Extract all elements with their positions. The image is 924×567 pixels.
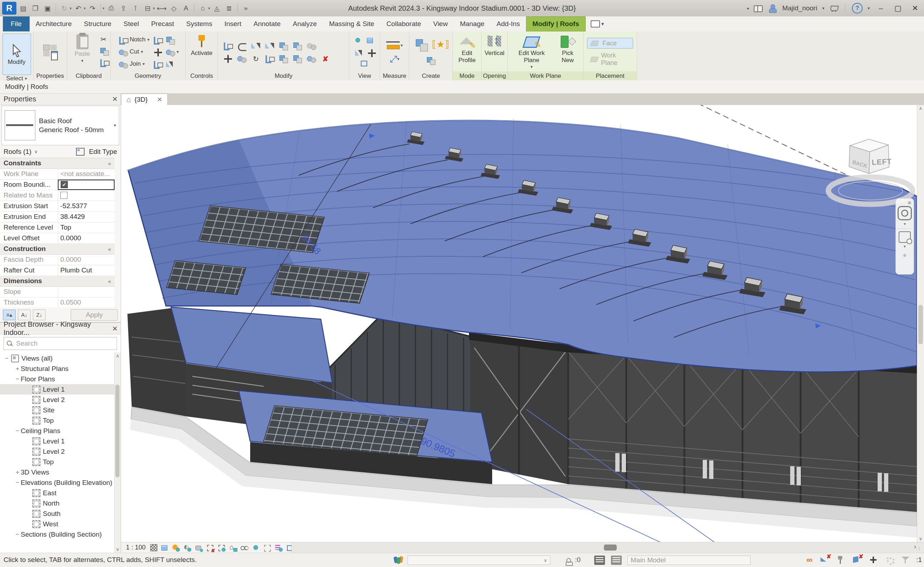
- tab-systems[interactable]: Systems: [180, 17, 218, 32]
- checkbox-checked[interactable]: ✔: [61, 181, 68, 188]
- browser-item-north[interactable]: North: [0, 498, 121, 508]
- save-icon[interactable]: ▣: [42, 3, 53, 14]
- copy-icon[interactable]: [236, 53, 248, 65]
- wheel-dropdown-icon[interactable]: ▾: [904, 221, 906, 226]
- measure-dropdown-icon[interactable]: ▾: [153, 6, 155, 11]
- work-plane-placement-button[interactable]: Work Plane: [587, 51, 633, 68]
- browser-item-level-1[interactable]: Level 1: [0, 384, 121, 394]
- tab-structure[interactable]: Structure: [78, 17, 117, 32]
- active-workset-field[interactable]: Main Model: [627, 556, 750, 565]
- filter-icon[interactable]: [900, 555, 912, 565]
- undo-dropdown-icon[interactable]: ▾: [84, 6, 86, 11]
- reveal-hidden-icon[interactable]: [240, 543, 249, 552]
- drawing-area[interactable]: 34.58 90.9805 BACK LEFT: [121, 105, 917, 542]
- account-icon[interactable]: [768, 4, 777, 13]
- scrollbar-thumb[interactable]: [918, 305, 923, 344]
- panel-label-work-plane[interactable]: Work Plane: [508, 71, 583, 80]
- dimension-icon[interactable]: ⟷: [156, 3, 167, 14]
- scroll-down-icon[interactable]: ∨: [917, 536, 924, 541]
- sun-path-icon[interactable]: [171, 543, 180, 552]
- property-row-work-plane[interactable]: Work Plane<not associate...: [0, 169, 115, 180]
- browser-item-south[interactable]: South: [0, 508, 121, 519]
- panel-label-view[interactable]: View: [350, 71, 380, 80]
- property-row-extrusion-start[interactable]: Extrusion Start-52.5377: [0, 201, 115, 212]
- apply-button[interactable]: Apply: [70, 309, 118, 320]
- tab-steel[interactable]: Steel: [117, 17, 145, 32]
- unpin-icon[interactable]: [305, 41, 318, 52]
- trim-extend-icon[interactable]: [263, 53, 276, 65]
- unjoin-icon[interactable]: [164, 47, 175, 57]
- editing-requests[interactable]: :0: [566, 555, 580, 564]
- tab-manage[interactable]: Manage: [454, 17, 491, 32]
- browser-item-level-1[interactable]: Level 1: [0, 436, 121, 446]
- expand-icon[interactable]: +: [14, 365, 21, 372]
- scale-icon[interactable]: [291, 53, 304, 65]
- face-placement-button[interactable]: Face: [587, 38, 633, 48]
- temporary-view-icon[interactable]: [262, 543, 272, 552]
- print-icon[interactable]: ⎙: [106, 3, 117, 14]
- select-pinned-icon[interactable]: [836, 555, 847, 565]
- selection-dropdown-icon[interactable]: ∨: [34, 149, 38, 154]
- property-value[interactable]: Plumb Cut: [58, 265, 115, 276]
- redo-icon[interactable]: ↷: [87, 3, 98, 14]
- viewcube-left-face[interactable]: LEFT: [872, 157, 892, 166]
- copy-to-clipboard-icon[interactable]: [98, 46, 109, 56]
- array-icon[interactable]: [277, 53, 290, 65]
- panel-label-mode[interactable]: Mode: [453, 71, 481, 80]
- panel-label-properties[interactable]: Properties: [33, 71, 67, 80]
- tab-precast[interactable]: Precast: [145, 17, 180, 32]
- property-group-construction[interactable]: Construction«: [0, 244, 115, 254]
- paste-button[interactable]: Paste▾: [69, 33, 96, 63]
- detail-level-icon[interactable]: [150, 544, 158, 551]
- browser-item-views-all[interactable]: −Views (all): [0, 353, 121, 364]
- collapse-icon[interactable]: −: [14, 531, 21, 538]
- rendering-icon[interactable]: [194, 543, 203, 552]
- property-value[interactable]: Top: [58, 223, 115, 233]
- tab-add-ins[interactable]: Add-Ins: [490, 17, 526, 32]
- close-button[interactable]: ✕: [909, 4, 921, 12]
- browser-item-structural-plans[interactable]: +Structural Plans: [0, 364, 121, 374]
- edit-type-icon[interactable]: [76, 148, 85, 156]
- revit-logo-icon[interactable]: R: [2, 2, 16, 15]
- measure-icon[interactable]: [386, 41, 400, 50]
- collapse-icon[interactable]: −: [14, 376, 21, 383]
- property-group-constraints[interactable]: Constraints«: [0, 158, 115, 169]
- edit-work-plane-button[interactable]: Edit Work Plane▾: [512, 33, 551, 70]
- rotate-icon[interactable]: ↻: [249, 53, 262, 65]
- mirror-axis-icon[interactable]: [249, 41, 262, 52]
- modify-tool-button[interactable]: Modify: [3, 33, 31, 75]
- section-icon[interactable]: ◬: [212, 3, 222, 14]
- create-group-icon[interactable]: [415, 39, 431, 53]
- scrollbar-thumb[interactable]: [604, 544, 617, 550]
- select-by-face-icon[interactable]: [852, 555, 863, 565]
- property-value[interactable]: <not associate...: [58, 169, 115, 179]
- property-row-reference-level[interactable]: Reference LevelTop: [0, 223, 115, 233]
- wall-joins-icon[interactable]: [152, 35, 162, 45]
- minimize-button[interactable]: –: [875, 4, 887, 12]
- ribbon-display-toggle[interactable]: ▾: [591, 17, 604, 32]
- property-row-related-to-mass[interactable]: Related to Mass: [0, 190, 115, 201]
- navbar-handle-icon[interactable]: ⊗: [903, 253, 906, 258]
- scrollbar-thumb[interactable]: [115, 385, 120, 477]
- maximize-button[interactable]: ▢: [892, 4, 904, 12]
- browser-item-ceiling-plans[interactable]: −Ceiling Plans: [0, 426, 121, 436]
- tab-insert[interactable]: Insert: [218, 17, 248, 32]
- tab-modify-roofs[interactable]: Modify | Roofs: [526, 17, 586, 32]
- panel-label-modify[interactable]: Modify: [218, 71, 349, 80]
- redo-dropdown-icon[interactable]: ▾: [102, 6, 105, 11]
- more-icon[interactable]: »: [240, 3, 251, 14]
- type-selector[interactable]: Basic Roof Generic Roof - 50mm ▾: [2, 106, 119, 145]
- scroll-up-icon[interactable]: ∧: [115, 353, 121, 358]
- property-value[interactable]: -52.5377: [58, 201, 115, 211]
- tab-view[interactable]: View: [427, 17, 454, 32]
- drag-icon[interactable]: [868, 555, 879, 565]
- zoom-dropdown-icon[interactable]: ▾: [904, 244, 906, 249]
- cut-button[interactable]: Cut▾: [117, 47, 149, 57]
- horizontal-scrollbar[interactable]: › ⡂: [292, 542, 924, 553]
- sort-ascending-icon[interactable]: A↓: [18, 310, 31, 320]
- expand-icon[interactable]: +: [14, 469, 21, 476]
- resize-grip-icon[interactable]: ⡂: [918, 545, 922, 549]
- tab-analyze[interactable]: Analyze: [286, 17, 323, 32]
- panel-label-geometry[interactable]: Geometry: [111, 71, 185, 80]
- sort-descending-icon[interactable]: Z↓: [33, 310, 46, 320]
